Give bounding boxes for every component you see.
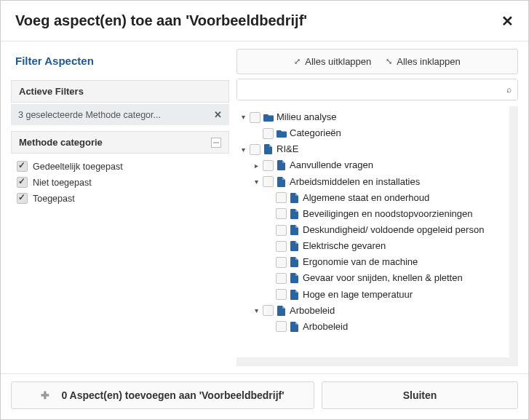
filter-option-label: Gedeeltelijk toegepast xyxy=(33,162,123,172)
tree-node-rie[interactable]: ▾ RI&E xyxy=(236,141,509,157)
tree-node-label: Beveiligingen en noodstopvoorzieningen xyxy=(303,207,472,221)
modal-header: Voeg aspect(en) toe aan 'Voorbeeldbedrij… xyxy=(1,1,528,41)
tree-node-label: Arbobeleid xyxy=(303,320,348,334)
method-category-options: Gedeeltelijk toegepast Niet toegepast To… xyxy=(11,156,229,208)
remove-filter-icon[interactable]: ✕ xyxy=(214,109,222,120)
collapse-icon: ⤡ xyxy=(386,57,392,66)
tree-checkbox[interactable] xyxy=(250,144,260,155)
tree-checkbox[interactable] xyxy=(263,176,274,187)
close-icon[interactable]: ✕ xyxy=(501,14,514,28)
tree-node-label: Ergonomie van de machine xyxy=(303,255,418,269)
filter-option-not-applied[interactable]: Niet toegepast xyxy=(17,177,223,188)
expand-all-button[interactable]: ⤢ Alles uitklappen xyxy=(288,54,377,69)
tree-checkbox[interactable] xyxy=(276,273,287,284)
collapse-icon[interactable] xyxy=(211,138,221,148)
tree-node-label: Hoge en lage temperatuur xyxy=(303,288,413,302)
active-filter-chip-text: 3 geselecteerde Methode categor... xyxy=(18,110,161,120)
modal-footer: ✚ 0 Aspect(en) toevoegen aan 'Voorbeeldb… xyxy=(1,373,528,419)
modal-dialog: Voeg aspect(en) toe aan 'Voorbeeldbedrij… xyxy=(0,0,529,420)
tree-node[interactable]: Gevaar voor snijden, knellen & pletten xyxy=(236,270,509,286)
tree-node-arbobeleid[interactable]: ▾ Arbobeleid xyxy=(236,303,509,319)
tree-scroll-area[interactable]: ▾ Milieu analyse Categorieën xyxy=(236,106,518,366)
collapse-all-label: Alles inklappen xyxy=(397,56,460,67)
tree-node-label: Gevaar voor snijden, knellen & pletten xyxy=(303,271,463,285)
search-input[interactable] xyxy=(237,79,517,100)
tree-checkbox[interactable] xyxy=(276,321,287,332)
tree-node[interactable]: Hoge en lage temperatuur xyxy=(236,287,509,303)
file-icon xyxy=(290,290,300,300)
method-category-label: Methode categorie xyxy=(19,137,103,148)
method-category-header[interactable]: Methode categorie xyxy=(11,131,229,154)
add-aspects-label: 0 Aspect(en) toevoegen aan 'Voorbeeldbed… xyxy=(61,389,284,401)
active-filters-header: Actieve Filters xyxy=(11,80,229,103)
add-aspects-button[interactable]: ✚ 0 Aspect(en) toevoegen aan 'Voorbeeldb… xyxy=(11,381,314,409)
tree-node[interactable]: Deskundigheid/ voldoende opgeleid person xyxy=(236,222,509,238)
toggle-icon[interactable]: ▾ xyxy=(239,111,247,123)
filter-option-partial[interactable]: Gedeeltelijk toegepast xyxy=(17,161,223,172)
file-icon xyxy=(277,160,287,170)
tree-node-label: Elektrische gevaren xyxy=(303,239,386,253)
search-icon[interactable]: ⌕ xyxy=(506,84,512,95)
toggle-icon[interactable]: ▸ xyxy=(252,160,260,172)
tree-checkbox[interactable] xyxy=(276,289,287,300)
tree-node-label: Algemene staat en onderhoud xyxy=(303,191,429,205)
tree-checkbox[interactable] xyxy=(276,208,287,219)
file-icon xyxy=(290,209,300,219)
checkbox-icon[interactable] xyxy=(17,161,28,172)
tree-node[interactable]: Arbobeleid xyxy=(236,319,509,335)
tree-checkbox[interactable] xyxy=(263,305,274,316)
tree-node-aanvullende[interactable]: ▸ Aanvullende vragen xyxy=(236,157,509,173)
file-icon xyxy=(290,273,300,283)
filter-heading: Filter Aspecten xyxy=(11,49,229,74)
filter-option-label: Niet toegepast xyxy=(33,178,92,188)
close-button[interactable]: Sluiten xyxy=(322,381,518,409)
tree-checkbox[interactable] xyxy=(276,192,287,203)
aspect-tree: ▾ Milieu analyse Categorieën xyxy=(236,109,509,357)
toggle-icon[interactable]: ▾ xyxy=(252,305,260,317)
folder-icon xyxy=(263,113,274,122)
expand-icon: ⤢ xyxy=(294,57,301,66)
tree-checkbox[interactable] xyxy=(276,241,287,252)
tree-checkbox[interactable] xyxy=(276,225,287,236)
folder-icon xyxy=(277,129,287,138)
tree-node-label: Milieu analyse xyxy=(277,110,336,124)
filter-option-applied[interactable]: Toegepast xyxy=(17,193,223,204)
filter-panel: Filter Aspecten Actieve Filters 3 gesele… xyxy=(11,49,229,366)
tree-node-arbeidsmiddelen[interactable]: ▾ Arbeidsmiddelen en installaties xyxy=(236,174,509,190)
tree-node-label: Deskundigheid/ voldoende opgeleid person xyxy=(303,223,484,237)
collapse-all-button[interactable]: ⤡ Alles inklappen xyxy=(380,54,466,69)
file-icon xyxy=(263,144,274,154)
file-icon xyxy=(290,241,300,251)
filter-option-label: Toegepast xyxy=(33,194,75,204)
search-field-wrap: ⌕ xyxy=(236,79,518,100)
active-filter-chip[interactable]: 3 geselecteerde Methode categor... ✕ xyxy=(11,104,229,125)
plus-icon: ✚ xyxy=(41,389,49,401)
tree-node[interactable]: Elektrische gevaren xyxy=(236,238,509,254)
tree-node[interactable]: Beveiligingen en noodstopvoorzieningen xyxy=(236,206,509,222)
toggle-icon[interactable]: ▾ xyxy=(252,176,260,188)
tree-checkbox[interactable] xyxy=(263,160,274,171)
tree-node-categorieen[interactable]: Categorieën xyxy=(236,125,509,141)
tree-panel: ⤢ Alles uitklappen ⤡ Alles inklappen ⌕ ▾ xyxy=(236,49,518,366)
file-icon xyxy=(290,193,300,203)
file-icon xyxy=(290,322,300,332)
close-label: Sluiten xyxy=(403,389,437,401)
tree-checkbox[interactable] xyxy=(250,112,260,123)
tree-node-label: Categorieën xyxy=(290,126,341,140)
tree-node-label: Arbeidsmiddelen en installaties xyxy=(290,175,420,189)
active-filters-label: Actieve Filters xyxy=(19,86,84,97)
file-icon xyxy=(277,306,287,316)
tree-toolbar: ⤢ Alles uitklappen ⤡ Alles inklappen xyxy=(236,49,518,74)
checkbox-icon[interactable] xyxy=(17,177,28,188)
toggle-icon[interactable]: ▾ xyxy=(239,144,247,156)
modal-body: Filter Aspecten Actieve Filters 3 gesele… xyxy=(1,41,528,373)
tree-node[interactable]: Ergonomie van de machine xyxy=(236,254,509,270)
file-icon xyxy=(290,257,300,267)
tree-node[interactable]: Algemene staat en onderhoud xyxy=(236,190,509,206)
tree-checkbox[interactable] xyxy=(276,257,287,268)
file-icon xyxy=(277,177,287,187)
checkbox-icon[interactable] xyxy=(17,193,28,204)
tree-node-milieu[interactable]: ▾ Milieu analyse xyxy=(236,109,509,125)
tree-checkbox[interactable] xyxy=(263,128,274,139)
tree-node-label: Arbobeleid xyxy=(290,304,335,318)
